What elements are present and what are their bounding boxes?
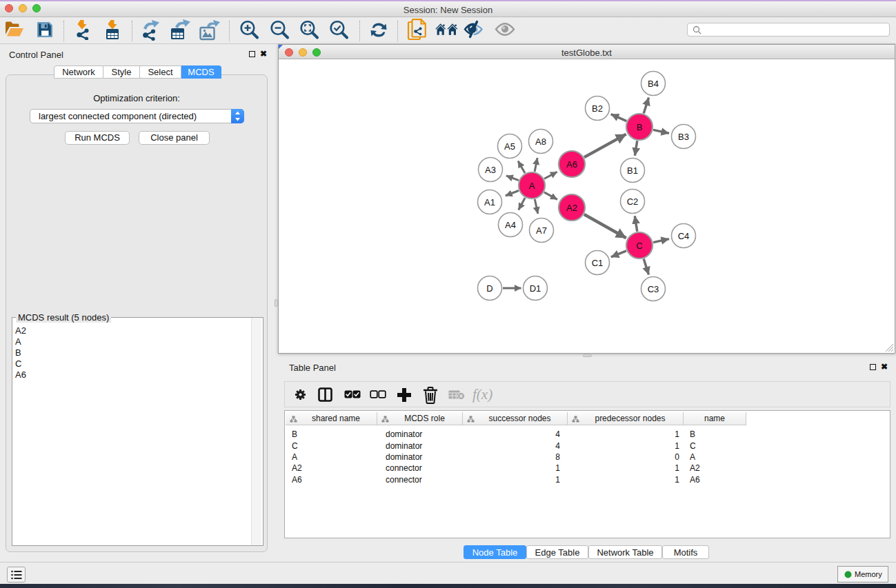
svg-text:C: C xyxy=(636,241,642,251)
svg-text:B3: B3 xyxy=(678,132,689,142)
svg-text:D1: D1 xyxy=(530,283,541,294)
svg-text:A8: A8 xyxy=(535,136,546,147)
svg-text:C4: C4 xyxy=(678,231,690,241)
svg-text:A7: A7 xyxy=(536,225,547,236)
svg-text:B1: B1 xyxy=(627,165,638,176)
svg-text:A5: A5 xyxy=(504,141,515,152)
svg-text:C3: C3 xyxy=(648,284,659,294)
svg-text:A3: A3 xyxy=(485,165,496,175)
svg-text:C1: C1 xyxy=(592,258,604,268)
svg-text:C2: C2 xyxy=(627,196,639,207)
svg-text:A1: A1 xyxy=(484,197,495,207)
svg-text:B2: B2 xyxy=(592,103,603,114)
svg-text:A2: A2 xyxy=(566,203,577,213)
svg-text:A: A xyxy=(529,181,535,191)
svg-text:A4: A4 xyxy=(505,220,516,230)
svg-text:A6: A6 xyxy=(566,159,577,170)
svg-text:B: B xyxy=(637,122,643,132)
svg-text:B4: B4 xyxy=(648,79,659,89)
svg-text:D: D xyxy=(486,283,492,294)
